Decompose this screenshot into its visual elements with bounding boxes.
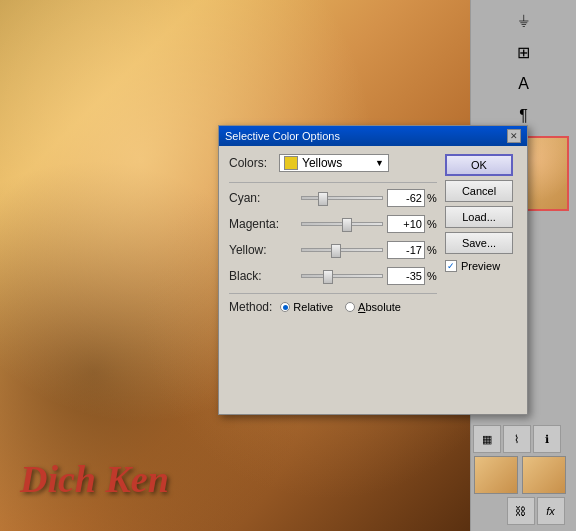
save-button[interactable]: Save...: [445, 232, 513, 254]
close-button[interactable]: ✕: [507, 129, 521, 143]
black-label: Black:: [229, 269, 297, 283]
black-slider[interactable]: [301, 268, 383, 284]
cyan-thumb[interactable]: [318, 192, 328, 206]
selective-color-dialog: Selective Color Options ✕ Colors: Yellow…: [218, 125, 528, 415]
link-icon[interactable]: ⛓: [507, 497, 535, 525]
yellow-label: Yellow:: [229, 243, 297, 257]
watermark-text: Dich Ken: [20, 457, 169, 501]
method-label: Method:: [229, 300, 272, 314]
magenta-percent: %: [427, 218, 437, 230]
dialog-content: Colors: Yellows ▼ Cyan:: [219, 146, 527, 322]
magenta-value[interactable]: +10: [387, 215, 425, 233]
dialog-title: Selective Color Options: [225, 130, 340, 142]
separator-1: [229, 182, 437, 183]
cyan-percent: %: [427, 192, 437, 204]
magenta-slider[interactable]: [301, 216, 383, 232]
absolute-radio[interactable]: Absolute: [345, 301, 401, 313]
preview-checkbox[interactable]: ✓: [445, 260, 457, 272]
separator-2: [229, 293, 437, 294]
method-row: Method: Relative Absolute: [229, 300, 437, 314]
usb-icon[interactable]: ⏚: [510, 6, 538, 34]
relative-radio[interactable]: Relative: [280, 301, 333, 313]
fx-icon[interactable]: fx: [537, 497, 565, 525]
black-thumb[interactable]: [323, 270, 333, 284]
dropdown-arrow-icon: ▼: [375, 158, 384, 168]
relative-label: Relative: [293, 301, 333, 313]
black-track: [301, 274, 383, 278]
magenta-row: Magenta: +10 %: [229, 215, 437, 233]
cyan-row: Cyan: -62 %: [229, 189, 437, 207]
cyan-value[interactable]: -62: [387, 189, 425, 207]
curves-icon[interactable]: ⌇: [503, 425, 531, 453]
selected-color-text: Yellows: [302, 156, 342, 170]
preview-label: Preview: [461, 260, 500, 272]
yellow-percent: %: [427, 244, 437, 256]
cyan-slider[interactable]: [301, 190, 383, 206]
histogram-icon[interactable]: ▦: [473, 425, 501, 453]
dialog-right-panel: OK Cancel Load... Save... ✓ Preview: [437, 154, 517, 314]
yellow-value[interactable]: -17: [387, 241, 425, 259]
cancel-button[interactable]: Cancel: [445, 180, 513, 202]
yellow-track: [301, 248, 383, 252]
mini-thumbnail-2[interactable]: [522, 456, 566, 494]
text-icon[interactable]: A: [510, 70, 538, 98]
preview-row: ✓ Preview: [445, 260, 517, 272]
absolute-radio-btn[interactable]: [345, 302, 355, 312]
grid-icon[interactable]: ⊞: [510, 38, 538, 66]
colors-label: Colors:: [229, 156, 279, 170]
colors-dropdown[interactable]: Yellows ▼: [279, 154, 389, 172]
load-button[interactable]: Load...: [445, 206, 513, 228]
magenta-label: Magenta:: [229, 217, 297, 231]
black-value[interactable]: -35: [387, 267, 425, 285]
dialog-left-panel: Colors: Yellows ▼ Cyan:: [229, 154, 437, 314]
info-icon[interactable]: ℹ: [533, 425, 561, 453]
yellow-slider[interactable]: [301, 242, 383, 258]
black-row: Black: -35 %: [229, 267, 437, 285]
colors-row: Colors: Yellows ▼: [229, 154, 437, 172]
yellow-row: Yellow: -17 %: [229, 241, 437, 259]
relative-radio-btn[interactable]: [280, 302, 290, 312]
bottom-icons-row: ▦ ⌇ ℹ ⛓ fx: [473, 425, 575, 525]
dialog-inner: Colors: Yellows ▼ Cyan:: [229, 154, 517, 314]
cyan-track: [301, 196, 383, 200]
black-percent: %: [427, 270, 437, 282]
dialog-titlebar: Selective Color Options ✕: [219, 126, 527, 146]
magenta-thumb[interactable]: [342, 218, 352, 232]
color-swatch: [284, 156, 298, 170]
mini-thumbnail-1[interactable]: [474, 456, 518, 494]
ok-button[interactable]: OK: [445, 154, 513, 176]
magenta-track: [301, 222, 383, 226]
yellow-thumb[interactable]: [331, 244, 341, 258]
cyan-label: Cyan:: [229, 191, 297, 205]
absolute-label: Absolute: [358, 301, 401, 313]
